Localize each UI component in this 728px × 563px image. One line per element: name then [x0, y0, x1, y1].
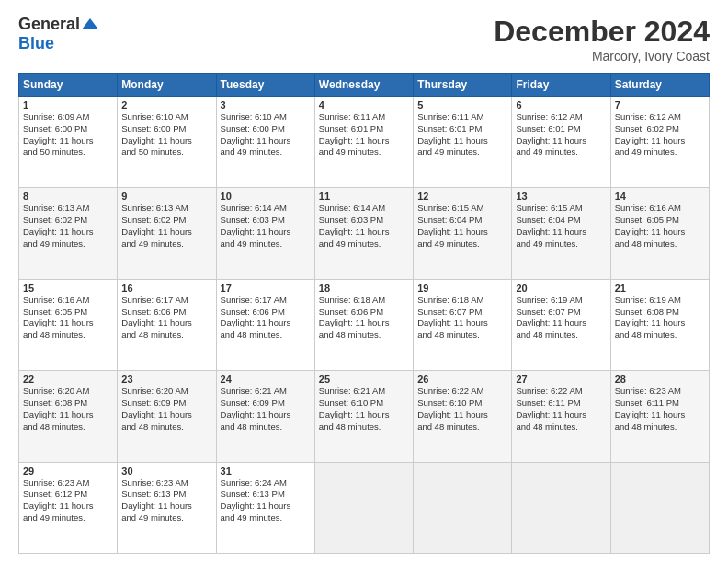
cell-info: Sunrise: 6:23 AMSunset: 6:13 PMDaylight:… — [121, 477, 211, 524]
cell-line: Sunset: 6:08 PM — [23, 397, 113, 409]
cell-line: and 48 minutes. — [516, 329, 606, 341]
calendar-cell: 4Sunrise: 6:11 AMSunset: 6:01 PMDaylight… — [314, 97, 413, 188]
day-number: 31 — [221, 465, 311, 477]
cell-line: Daylight: 11 hours — [221, 135, 311, 147]
cell-line: Sunset: 6:04 PM — [417, 214, 507, 226]
cell-line: and 48 minutes. — [319, 329, 409, 341]
logo-blue-text: Blue — [18, 34, 54, 52]
calendar-table: SundayMondayTuesdayWednesdayThursdayFrid… — [18, 73, 710, 554]
cell-line: Daylight: 11 hours — [615, 409, 705, 421]
cell-info: Sunrise: 6:19 AMSunset: 6:07 PMDaylight:… — [516, 294, 606, 341]
cell-line: Daylight: 11 hours — [121, 409, 211, 421]
cell-line: Sunset: 6:11 PM — [615, 397, 705, 409]
page: General Blue December 2024 Marcory, Ivor… — [0, 0, 728, 563]
cell-line: and 48 minutes. — [23, 421, 113, 433]
cell-line: Sunset: 6:10 PM — [319, 397, 409, 409]
cell-info: Sunrise: 6:12 AMSunset: 6:02 PMDaylight:… — [615, 111, 705, 158]
cell-line: Sunset: 6:09 PM — [221, 397, 311, 409]
cell-info: Sunrise: 6:21 AMSunset: 6:09 PMDaylight:… — [221, 385, 311, 432]
cell-info: Sunrise: 6:24 AMSunset: 6:13 PMDaylight:… — [221, 477, 311, 524]
day-number: 7 — [615, 99, 705, 110]
cell-line: Daylight: 11 hours — [319, 226, 409, 238]
calendar-header-row: SundayMondayTuesdayWednesdayThursdayFrid… — [19, 74, 710, 97]
cell-line: Sunset: 6:05 PM — [23, 306, 113, 318]
day-number: 12 — [417, 190, 507, 201]
cell-info: Sunrise: 6:18 AMSunset: 6:06 PMDaylight:… — [319, 294, 409, 341]
day-number: 9 — [121, 190, 211, 201]
cell-line: and 50 minutes. — [23, 146, 113, 158]
svg-marker-0 — [82, 18, 98, 29]
cell-line: Daylight: 11 hours — [516, 317, 606, 329]
cell-line: Daylight: 11 hours — [121, 317, 211, 329]
cell-line: Daylight: 11 hours — [417, 226, 507, 238]
day-number: 1 — [23, 99, 113, 110]
cell-line: Sunset: 6:00 PM — [121, 123, 211, 135]
cell-line: Sunset: 6:01 PM — [319, 123, 409, 135]
cell-info: Sunrise: 6:22 AMSunset: 6:11 PMDaylight:… — [516, 385, 606, 432]
cell-line: Daylight: 11 hours — [319, 135, 409, 147]
cell-line: Daylight: 11 hours — [319, 409, 409, 421]
cell-line: and 49 minutes. — [417, 146, 507, 158]
cell-line: Daylight: 11 hours — [221, 409, 311, 421]
cell-line: Daylight: 11 hours — [417, 317, 507, 329]
cell-line: and 49 minutes. — [121, 512, 211, 524]
cell-line: Sunrise: 6:22 AM — [516, 385, 606, 397]
cell-info: Sunrise: 6:11 AMSunset: 6:01 PMDaylight:… — [417, 111, 507, 158]
calendar-cell: 9Sunrise: 6:13 AMSunset: 6:02 PMDaylight… — [118, 188, 216, 279]
cell-line: Sunset: 6:10 PM — [417, 397, 507, 409]
day-number: 26 — [417, 373, 507, 385]
calendar-cell: 13Sunrise: 6:15 AMSunset: 6:04 PMDayligh… — [512, 188, 610, 279]
cell-info: Sunrise: 6:15 AMSunset: 6:04 PMDaylight:… — [417, 202, 507, 249]
cell-info: Sunrise: 6:11 AMSunset: 6:01 PMDaylight:… — [319, 111, 409, 158]
cell-line: Daylight: 11 hours — [221, 500, 311, 512]
calendar-cell: 7Sunrise: 6:12 AMSunset: 6:02 PMDaylight… — [610, 97, 709, 188]
cell-info: Sunrise: 6:12 AMSunset: 6:01 PMDaylight:… — [516, 111, 606, 158]
cell-info: Sunrise: 6:14 AMSunset: 6:03 PMDaylight:… — [319, 202, 409, 249]
cell-line: Sunset: 6:02 PM — [615, 123, 705, 135]
day-number: 4 — [319, 99, 409, 110]
cell-line: Sunset: 6:00 PM — [221, 123, 311, 135]
cell-line: Sunrise: 6:12 AM — [516, 111, 606, 123]
calendar-day-header: Thursday — [414, 74, 512, 97]
cell-line: Sunset: 6:02 PM — [23, 214, 113, 226]
cell-line: Sunrise: 6:17 AM — [121, 294, 211, 306]
cell-info: Sunrise: 6:10 AMSunset: 6:00 PMDaylight:… — [221, 111, 311, 158]
cell-line: Sunset: 6:01 PM — [417, 123, 507, 135]
calendar-cell — [610, 462, 709, 553]
cell-line: Sunrise: 6:21 AM — [221, 385, 311, 397]
day-number: 23 — [121, 373, 211, 385]
cell-line: and 49 minutes. — [615, 146, 705, 158]
cell-line: Daylight: 11 hours — [516, 409, 606, 421]
calendar-cell: 12Sunrise: 6:15 AMSunset: 6:04 PMDayligh… — [414, 188, 512, 279]
cell-line: and 49 minutes. — [23, 512, 113, 524]
cell-line: Sunset: 6:12 PM — [23, 488, 113, 500]
calendar-cell: 5Sunrise: 6:11 AMSunset: 6:01 PMDaylight… — [414, 97, 512, 188]
cell-line: and 49 minutes. — [319, 238, 409, 250]
calendar-day-header: Sunday — [19, 74, 118, 97]
cell-line: Sunset: 6:03 PM — [319, 214, 409, 226]
cell-line: and 48 minutes. — [221, 329, 311, 341]
cell-line: Sunrise: 6:10 AM — [121, 111, 211, 123]
day-number: 6 — [516, 99, 606, 110]
cell-line: and 50 minutes. — [121, 146, 211, 158]
cell-line: Sunset: 6:11 PM — [516, 397, 606, 409]
cell-info: Sunrise: 6:16 AMSunset: 6:05 PMDaylight:… — [615, 202, 705, 249]
calendar-cell: 2Sunrise: 6:10 AMSunset: 6:00 PMDaylight… — [118, 97, 216, 188]
month-title: December 2024 — [494, 15, 710, 49]
cell-line: Sunrise: 6:20 AM — [23, 385, 113, 397]
day-number: 14 — [615, 190, 705, 201]
cell-line: Daylight: 11 hours — [615, 317, 705, 329]
cell-line: Daylight: 11 hours — [516, 135, 606, 147]
cell-line: and 48 minutes. — [221, 421, 311, 433]
logo-icon — [82, 18, 98, 29]
cell-line: Daylight: 11 hours — [121, 135, 211, 147]
calendar-cell: 30Sunrise: 6:23 AMSunset: 6:13 PMDayligh… — [118, 462, 216, 553]
cell-line: Sunset: 6:02 PM — [121, 214, 211, 226]
cell-line: Sunrise: 6:19 AM — [615, 294, 705, 306]
cell-line: Daylight: 11 hours — [121, 500, 211, 512]
day-number: 29 — [23, 465, 113, 477]
cell-line: Sunrise: 6:16 AM — [615, 202, 705, 214]
day-number: 22 — [23, 373, 113, 385]
calendar-cell: 17Sunrise: 6:17 AMSunset: 6:06 PMDayligh… — [216, 279, 314, 370]
cell-line: Sunrise: 6:24 AM — [221, 477, 311, 489]
